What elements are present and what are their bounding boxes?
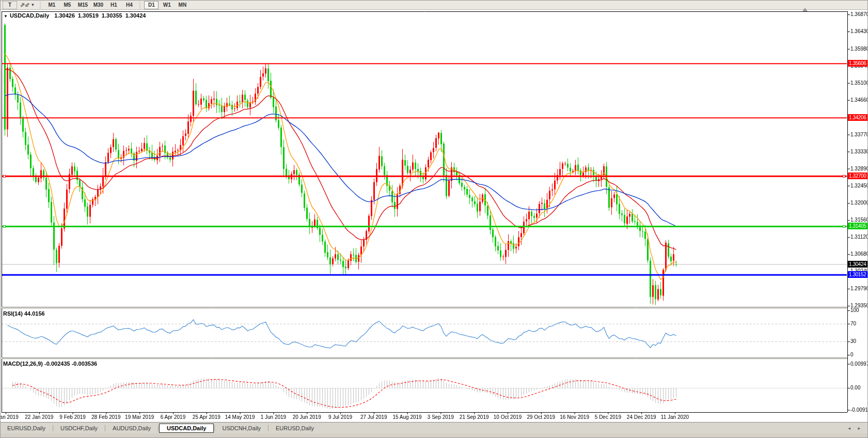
rsi-pane-label: RSI(14) 44.0156 [3, 310, 45, 317]
rsi-axis-tick: 0 [850, 352, 854, 357]
hline-price-badge: 1.32700 [848, 173, 868, 179]
price-axis-tick: 1.36870 [850, 11, 868, 17]
macd-axis-tick: 0.00 [850, 385, 860, 390]
date-axis-label: 15 Aug 2019 [393, 414, 422, 420]
tab-separator [158, 425, 159, 431]
price-axis-tick: 1.33770 [850, 132, 868, 137]
price-axis-tick: 1.32000 [850, 200, 868, 206]
price-axis-tick: 1.35980 [850, 46, 868, 52]
price-axis-tick: 1.32890 [850, 166, 868, 171]
date-axis-label: 25 Apr 2019 [193, 414, 220, 420]
price-axis-tick: 1.31560 [850, 217, 868, 223]
date-axis-label: 6 Apr 2019 [161, 414, 185, 420]
quote-close: 1.30424 [125, 12, 146, 19]
rsi-axis-tick: 70 [850, 321, 856, 326]
chart-tab-eurusd-0[interactable]: EURUSD,Daily [1, 424, 52, 432]
chart-shift-marker-icon[interactable] [802, 8, 808, 11]
chart-tab-eurusd-5[interactable]: EURUSD,Daily [269, 424, 321, 432]
date-axis-label: 3 Sep 2019 [428, 414, 454, 420]
price-axis-tick: 1.36430 [850, 28, 868, 34]
current-price-badge: 1.30424 [848, 261, 868, 268]
rsi-axis-tick: 30 [850, 338, 856, 344]
price-axis-tick: 1.30680 [850, 251, 868, 257]
rsi-axis-tick: 100 [850, 307, 859, 313]
chart-symbol-label: USDCAD,Daily [10, 12, 49, 19]
date-axis-label: 9 Jul 2019 [328, 414, 352, 420]
hline-price-badge: 1.30152 [848, 271, 868, 278]
chart-title: ▼USDCAD,Daily1.304261.305191.303551.3042… [4, 12, 149, 19]
date-axis-label: 5 Dec 2019 [595, 414, 621, 420]
date-axis-label: 11 Jan 2020 [661, 414, 689, 420]
hline-price-badge: 1.31405 [848, 223, 868, 229]
date-axis-label: 19 Mar 2019 [125, 414, 154, 420]
tab-separator [53, 425, 53, 431]
price-axis-tick: 1.32450 [850, 183, 868, 189]
tab-separator [214, 425, 215, 431]
date-axis-label: 27 Jul 2019 [360, 414, 387, 420]
macd-pane-label: MACD(12,26,9) -0.002435 -0.003536 [3, 361, 97, 367]
date-axis-label: 21 Sep 2019 [460, 414, 489, 420]
price-axis-tick: 1.29790 [850, 286, 868, 291]
date-axis-label: 10 Oct 2019 [494, 414, 522, 420]
tab-separator [105, 425, 105, 431]
hline-price-badge: 1.34206 [848, 114, 868, 121]
chart-tab-audusd-2[interactable]: AUDUSD,Daily [106, 424, 157, 432]
terminal-window: T ⬀⬃ ▼ M1M5M15M30H1H4D1W1MN ▼USDCAD,Dail… [0, 0, 868, 438]
hline-price-badge: 1.35606 [848, 60, 868, 67]
tab-separator [268, 425, 269, 431]
chart-area: ▼USDCAD,Daily1.304261.305191.303551.3042… [1, 10, 868, 422]
date-axis-label: 1 Jun 2019 [261, 414, 287, 420]
date-axis-label: 9 Feb 2019 [59, 414, 86, 420]
price-axis-tick: 1.35100 [850, 80, 868, 86]
price-chart-canvas[interactable] [1, 1, 868, 422]
chart-tab-bar: EURUSD,DailyUSDCHF,DailyAUDUSD,DailyUSDC… [1, 422, 868, 434]
date-axis-label: 16 Nov 2019 [560, 414, 589, 420]
date-axis-label: 14 May 2019 [225, 414, 255, 420]
price-axis-tick: 1.34660 [850, 97, 868, 103]
quote-low: 1.30355 [102, 12, 122, 19]
chart-tab-usdchf-1[interactable]: USDCHF,Daily [54, 424, 104, 432]
collapse-caret-icon[interactable]: ▼ [4, 14, 8, 19]
price-axis-tick: 1.33330 [850, 149, 868, 154]
date-axis-label: 22 Jan 2019 [25, 414, 53, 420]
date-axis-label: 24 Dec 2019 [627, 414, 656, 420]
date-axis-label: 3 Jan 2019 [0, 414, 19, 420]
macd-axis-tick: 0.009975 [850, 361, 868, 367]
chart-tab-usdcnh-4[interactable]: USDCNH,Daily [215, 424, 267, 432]
tab-scroll-arrows[interactable]: ◂ ▸ [848, 426, 863, 431]
date-axis-label: 20 Jun 2019 [293, 414, 321, 420]
quote-high: 1.30519 [78, 12, 99, 19]
price-axis-tick: 1.31120 [850, 234, 868, 240]
date-axis-label: 28 Feb 2019 [91, 414, 120, 420]
date-axis-label: 29 Oct 2019 [527, 414, 555, 420]
quote-open: 1.30426 [54, 12, 75, 19]
chart-tab-usdcad-3[interactable]: USDCAD,Daily [159, 424, 214, 433]
macd-axis-tick: -0.00915 [850, 407, 868, 413]
status-strip [1, 433, 868, 438]
